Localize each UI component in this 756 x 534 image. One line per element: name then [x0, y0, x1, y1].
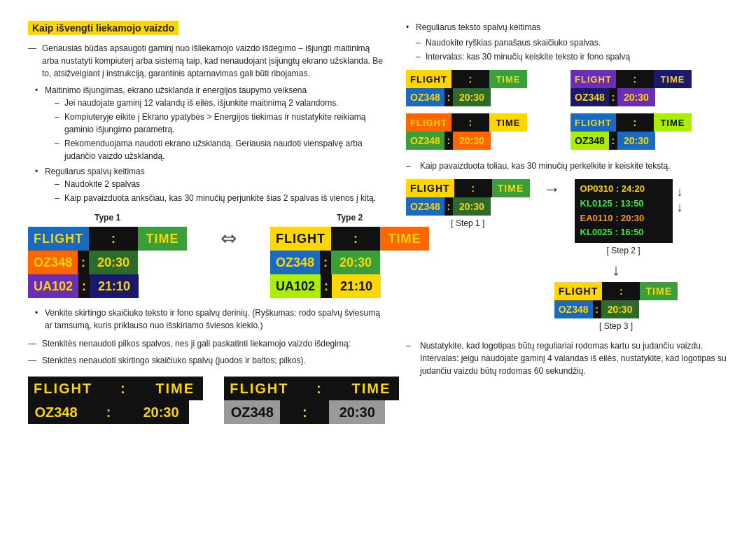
- bottom-board-1: FLIGHT : TIME OZ348 :: [28, 377, 203, 424]
- mini-board-3: FLIGHT : TIME OZ348 : 20:30: [406, 113, 564, 150]
- step3-flight: FLIGHT: [554, 282, 603, 300]
- type2-row2: UA102 : 21:10: [270, 274, 429, 298]
- dash-sub-1: Kaip pavaizduota toliau, kas 30 minučių …: [406, 160, 728, 172]
- mini4-oz348: OZ348: [570, 132, 609, 150]
- step3-section: ↓ FLIGHT : TIME OZ348 : 20:30 [ Step 3 ]: [504, 261, 728, 331]
- bottom1-time: TIME: [147, 377, 203, 400]
- sub-item-2-2: Kaip pavaizduota anksčiau, kas 30 minuči…: [55, 192, 385, 204]
- bottom1-colon-h: :: [98, 377, 147, 400]
- main-bullet-list: Maitinimo išjungimas, ekrano užsklanda i…: [28, 84, 385, 204]
- type2-colon-header: :: [331, 227, 380, 251]
- type1-time-header: TIME: [138, 227, 187, 251]
- bottom2-oz348: OZ348: [224, 400, 280, 424]
- mini2-flight: FLIGHT: [570, 70, 616, 88]
- bottom2-2030: 20:30: [329, 400, 385, 424]
- step3-time: TIME: [640, 282, 678, 300]
- mini1-2030: 20:30: [453, 88, 491, 106]
- bottom2-flight: FLIGHT: [224, 377, 294, 400]
- type1-block: Type 1 FLIGHT : TIME: [28, 213, 187, 298]
- sub-item-1-1: Jei naudojate gaminį 12 valandų iš eilės…: [55, 97, 385, 109]
- mini4-2030: 20:30: [617, 132, 655, 150]
- sub-list-1: Jei naudojate gaminį 12 valandų iš eilės…: [45, 97, 385, 162]
- bottom-bullets: Venkite skirtingo skaičiuko teksto ir fo…: [28, 307, 385, 332]
- mini4-colon1: :: [609, 132, 617, 150]
- left-column: Kaip išvengti liekamojo vaizdo Geriausia…: [28, 21, 385, 424]
- bottom1-flight: FLIGHT: [28, 377, 98, 400]
- step3-row1: OZ348 : 20:30: [554, 300, 678, 318]
- mini2-time: TIME: [654, 70, 692, 88]
- type1-row1: OZ348 : 20:30: [28, 251, 187, 274]
- right-sub-1: Naudokite ryškias panašaus skaičiuko spa…: [406, 36, 728, 49]
- mini3-flight: FLIGHT: [406, 113, 451, 132]
- bottom1-header: FLIGHT : TIME: [28, 377, 203, 400]
- mini2-colon1: :: [609, 88, 617, 106]
- bullet-item-2: Reguliarus spalvų keitimas Naudokite 2 s…: [35, 165, 385, 204]
- step3-board: FLIGHT : TIME OZ348 : 20:30: [554, 282, 678, 318]
- type1-flight-header: FLIGHT: [28, 227, 89, 251]
- type1-2110: 21:10: [90, 274, 139, 298]
- step1-block: FLIGHT : TIME OZ348 : 20:30 [ Step 1 ]: [406, 179, 530, 228]
- mini3-row1: OZ348 : 20:30: [406, 132, 564, 150]
- type1-label: Type 1: [28, 213, 187, 223]
- mini2-header: FLIGHT : TIME: [570, 70, 728, 88]
- sub-item-1-2: Kompiuteryje eikite į Ekrano ypatybės > …: [55, 111, 385, 136]
- mini1-colon1: :: [444, 88, 453, 106]
- type2-colon2: :: [321, 274, 332, 298]
- type2-label: Type 2: [270, 213, 429, 223]
- scroll-row-3: EA0110 : 20:30: [580, 211, 667, 226]
- step3-colon1: :: [593, 300, 601, 318]
- mini-board-4: FLIGHT : TIME OZ348 : 20:30: [570, 113, 728, 150]
- mini1-colon-h: :: [451, 70, 489, 88]
- step1-colon-h: :: [454, 179, 492, 197]
- scroll-row-4: KL0025 : 16:50: [580, 225, 667, 240]
- bottom-board-2: FLIGHT : TIME OZ348 :: [224, 377, 399, 424]
- step1-2-row: FLIGHT : TIME OZ348 : 20:30 [ Step 1 ] →: [406, 179, 728, 255]
- type1-2030: 20:30: [89, 251, 138, 274]
- type2-2110: 21:10: [332, 274, 381, 298]
- mini1-oz348: OZ348: [406, 88, 444, 106]
- step3-header: FLIGHT : TIME: [554, 282, 678, 300]
- step1-2030: 20:30: [453, 197, 491, 216]
- step2-scrolling: OP0310 : 24:20 KL0125 : 13:50 EA0110 : 2…: [575, 179, 673, 243]
- type1-oz348: OZ348: [28, 251, 78, 274]
- type2-row1: OZ348 : 20:30: [270, 251, 429, 274]
- step1-label: [ Step 1 ]: [406, 218, 530, 228]
- down-arrow-2: ↓: [677, 200, 683, 216]
- step1-colon1: :: [444, 197, 453, 216]
- bottom2-colon-h: :: [294, 377, 343, 400]
- steps-section: FLIGHT : TIME OZ348 : 20:30 [ Step 1 ] →: [406, 179, 728, 331]
- bottom-dash-1: Stenkitės nenaudoti pilkos spalvos, nes …: [28, 337, 385, 350]
- mini1-header: FLIGHT : TIME: [406, 70, 564, 88]
- type1-colon2: :: [78, 274, 90, 298]
- scroll-row-1: OP0310 : 24:20: [580, 182, 667, 197]
- type2-ua102: UA102: [270, 274, 321, 298]
- type2-block: Type 2 FLIGHT : TIME: [270, 213, 429, 298]
- mini1-flight: FLIGHT: [406, 70, 451, 88]
- scroll-row-2: KL0125 : 13:50: [580, 197, 667, 211]
- type2-2030: 20:30: [331, 251, 380, 274]
- mini3-oz348: OZ348: [406, 132, 444, 150]
- types-row: Type 1 FLIGHT : TIME: [28, 213, 385, 298]
- mini4-time: TIME: [654, 113, 692, 132]
- bottom-bullet-1: Venkite skirtingo skaičiuko teksto ir fo…: [35, 307, 385, 332]
- right-grid: FLIGHT : TIME OZ348 : 20:30 FLIGHT : TIM…: [406, 70, 728, 150]
- bottom-examples: FLIGHT : TIME OZ348 :: [28, 377, 385, 424]
- step3-label: [ Step 3 ]: [599, 321, 633, 331]
- bottom2-header: FLIGHT : TIME: [224, 377, 399, 400]
- mini1-row1: OZ348 : 20:30: [406, 88, 564, 106]
- right-bullet-1: Reguliarus teksto spalvų keitimas: [406, 21, 728, 34]
- mini2-colon-h: :: [616, 70, 654, 88]
- sub-list-2: Naudokite 2 spalvas Kaip pavaizduota ank…: [45, 178, 385, 204]
- final-dash: Nustatykite, kad logotipas būtų reguliar…: [406, 339, 728, 377]
- type1-ua102: UA102: [28, 274, 78, 298]
- type2-oz348: OZ348: [270, 251, 320, 274]
- right-arrow: →: [544, 179, 561, 213]
- mini3-time: TIME: [489, 113, 527, 132]
- section-title: Kaip išvengti liekamojo vaizdo: [28, 21, 178, 35]
- mini2-oz348: OZ348: [570, 88, 609, 106]
- step1-time: TIME: [492, 179, 530, 197]
- right-sub-2: Intervalas: kas 30 minučių keiskite teks…: [406, 50, 728, 63]
- bottom2-row1: OZ348 : 20:30: [224, 400, 399, 424]
- down-arrow-1: ↓: [677, 185, 683, 200]
- mini2-row1: OZ348 : 20:30: [570, 88, 728, 106]
